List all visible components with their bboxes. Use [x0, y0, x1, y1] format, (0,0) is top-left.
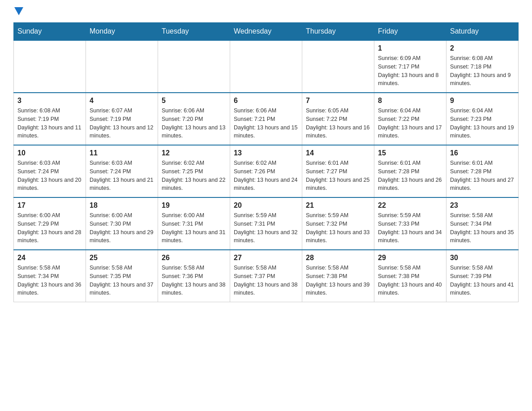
day-info: Sunrise: 6:08 AMSunset: 7:18 PMDaylight:…: [450, 54, 515, 88]
calendar-day-cell: 16Sunrise: 6:01 AMSunset: 7:28 PMDayligh…: [446, 145, 519, 197]
day-info: Sunrise: 5:58 AMSunset: 7:38 PMDaylight:…: [378, 264, 442, 297]
day-number: 28: [306, 254, 370, 262]
day-info: Sunrise: 6:03 AMSunset: 7:24 PMDaylight:…: [90, 159, 154, 193]
header-wednesday: Wednesday: [230, 23, 302, 41]
header-friday: Friday: [374, 23, 446, 41]
header-monday: Monday: [86, 23, 158, 41]
day-info: Sunrise: 6:02 AMSunset: 7:25 PMDaylight:…: [162, 159, 226, 193]
day-info: Sunrise: 5:58 AMSunset: 7:36 PMDaylight:…: [162, 264, 226, 297]
day-info: Sunrise: 6:00 AMSunset: 7:30 PMDaylight:…: [90, 211, 154, 245]
calendar-header-row: SundayMondayTuesdayWednesdayThursdayFrid…: [14, 23, 519, 41]
day-info: Sunrise: 5:58 AMSunset: 7:38 PMDaylight:…: [306, 264, 370, 297]
header-sunday: Sunday: [14, 23, 86, 41]
day-info: Sunrise: 6:04 AMSunset: 7:23 PMDaylight:…: [450, 107, 515, 140]
calendar-day-cell: 6Sunrise: 6:06 AMSunset: 7:21 PMDaylight…: [230, 93, 302, 145]
day-number: 6: [234, 97, 298, 105]
week-row-2: 3Sunrise: 6:08 AMSunset: 7:19 PMDaylight…: [14, 93, 519, 145]
calendar-day-cell: 19Sunrise: 6:00 AMSunset: 7:31 PMDayligh…: [158, 197, 230, 250]
day-info: Sunrise: 6:01 AMSunset: 7:28 PMDaylight:…: [450, 159, 515, 193]
day-number: 23: [450, 201, 515, 210]
day-number: 30: [450, 254, 515, 262]
day-info: Sunrise: 6:06 AMSunset: 7:20 PMDaylight:…: [162, 107, 226, 140]
day-number: 25: [90, 254, 154, 262]
calendar-day-cell: 24Sunrise: 5:58 AMSunset: 7:34 PMDayligh…: [14, 250, 86, 302]
day-number: 11: [90, 149, 154, 157]
day-number: 26: [162, 254, 226, 262]
calendar-day-cell: 30Sunrise: 5:58 AMSunset: 7:39 PMDayligh…: [446, 250, 519, 302]
day-info: Sunrise: 6:04 AMSunset: 7:22 PMDaylight:…: [378, 107, 442, 140]
day-info: Sunrise: 6:08 AMSunset: 7:19 PMDaylight:…: [17, 107, 82, 140]
day-info: Sunrise: 5:58 AMSunset: 7:34 PMDaylight:…: [17, 264, 82, 297]
day-number: 2: [450, 44, 515, 52]
day-info: Sunrise: 6:00 AMSunset: 7:29 PMDaylight:…: [17, 211, 82, 245]
calendar-day-cell: 3Sunrise: 6:08 AMSunset: 7:19 PMDaylight…: [14, 93, 86, 145]
day-number: 18: [90, 201, 154, 210]
calendar-day-cell: 21Sunrise: 5:59 AMSunset: 7:32 PMDayligh…: [302, 197, 374, 250]
day-info: Sunrise: 5:59 AMSunset: 7:31 PMDaylight:…: [234, 211, 298, 245]
calendar-day-cell: [230, 40, 302, 93]
day-number: 29: [378, 254, 442, 262]
calendar-day-cell: 22Sunrise: 5:59 AMSunset: 7:33 PMDayligh…: [374, 197, 446, 250]
logo-triangle-icon: [14, 7, 23, 15]
day-number: 14: [306, 149, 370, 157]
day-number: 5: [162, 97, 226, 105]
header-thursday: Thursday: [302, 23, 374, 41]
calendar-day-cell: [86, 40, 158, 93]
calendar-day-cell: 9Sunrise: 6:04 AMSunset: 7:23 PMDaylight…: [446, 93, 519, 145]
calendar-day-cell: 18Sunrise: 6:00 AMSunset: 7:30 PMDayligh…: [86, 197, 158, 250]
day-number: 13: [234, 149, 298, 157]
day-info: Sunrise: 6:05 AMSunset: 7:22 PMDaylight:…: [306, 107, 370, 140]
day-number: 9: [450, 97, 515, 105]
calendar-day-cell: 2Sunrise: 6:08 AMSunset: 7:18 PMDaylight…: [446, 40, 519, 93]
day-info: Sunrise: 5:58 AMSunset: 7:35 PMDaylight:…: [90, 264, 154, 297]
header-saturday: Saturday: [446, 23, 519, 41]
day-number: 19: [162, 201, 226, 210]
day-number: 15: [378, 149, 442, 157]
day-info: Sunrise: 6:01 AMSunset: 7:27 PMDaylight:…: [306, 159, 370, 193]
day-info: Sunrise: 6:09 AMSunset: 7:17 PMDaylight:…: [378, 54, 442, 88]
page-header: [13, 9, 519, 13]
calendar-day-cell: 23Sunrise: 5:58 AMSunset: 7:34 PMDayligh…: [446, 197, 519, 250]
day-info: Sunrise: 6:00 AMSunset: 7:31 PMDaylight:…: [162, 211, 226, 245]
week-row-1: 1Sunrise: 6:09 AMSunset: 7:17 PMDaylight…: [14, 40, 519, 93]
day-info: Sunrise: 5:59 AMSunset: 7:33 PMDaylight:…: [378, 211, 442, 245]
day-number: 12: [162, 149, 226, 157]
day-info: Sunrise: 6:07 AMSunset: 7:19 PMDaylight:…: [90, 107, 154, 140]
day-number: 7: [306, 97, 370, 105]
calendar-day-cell: [158, 40, 230, 93]
calendar-day-cell: [302, 40, 374, 93]
day-number: 21: [306, 201, 370, 210]
calendar-day-cell: 29Sunrise: 5:58 AMSunset: 7:38 PMDayligh…: [374, 250, 446, 302]
day-info: Sunrise: 5:58 AMSunset: 7:37 PMDaylight:…: [234, 264, 298, 297]
calendar-day-cell: 13Sunrise: 6:02 AMSunset: 7:26 PMDayligh…: [230, 145, 302, 197]
calendar-day-cell: 20Sunrise: 5:59 AMSunset: 7:31 PMDayligh…: [230, 197, 302, 250]
calendar-day-cell: 26Sunrise: 5:58 AMSunset: 7:36 PMDayligh…: [158, 250, 230, 302]
calendar-day-cell: [14, 40, 86, 93]
calendar-day-cell: 28Sunrise: 5:58 AMSunset: 7:38 PMDayligh…: [302, 250, 374, 302]
calendar-day-cell: 4Sunrise: 6:07 AMSunset: 7:19 PMDaylight…: [86, 93, 158, 145]
day-info: Sunrise: 6:02 AMSunset: 7:26 PMDaylight:…: [234, 159, 298, 193]
day-info: Sunrise: 5:58 AMSunset: 7:34 PMDaylight:…: [450, 211, 515, 245]
calendar-day-cell: 27Sunrise: 5:58 AMSunset: 7:37 PMDayligh…: [230, 250, 302, 302]
day-number: 16: [450, 149, 515, 157]
week-row-5: 24Sunrise: 5:58 AMSunset: 7:34 PMDayligh…: [14, 250, 519, 302]
calendar-day-cell: 11Sunrise: 6:03 AMSunset: 7:24 PMDayligh…: [86, 145, 158, 197]
calendar-day-cell: 7Sunrise: 6:05 AMSunset: 7:22 PMDaylight…: [302, 93, 374, 145]
calendar-day-cell: 25Sunrise: 5:58 AMSunset: 7:35 PMDayligh…: [86, 250, 158, 302]
calendar-day-cell: 10Sunrise: 6:03 AMSunset: 7:24 PMDayligh…: [14, 145, 86, 197]
calendar-table: SundayMondayTuesdayWednesdayThursdayFrid…: [13, 22, 519, 302]
day-number: 8: [378, 97, 442, 105]
calendar-day-cell: 8Sunrise: 6:04 AMSunset: 7:22 PMDaylight…: [374, 93, 446, 145]
week-row-4: 17Sunrise: 6:00 AMSunset: 7:29 PMDayligh…: [14, 197, 519, 250]
calendar-day-cell: 17Sunrise: 6:00 AMSunset: 7:29 PMDayligh…: [14, 197, 86, 250]
logo: [13, 9, 23, 13]
day-info: Sunrise: 6:01 AMSunset: 7:28 PMDaylight:…: [378, 159, 442, 193]
day-info: Sunrise: 5:58 AMSunset: 7:39 PMDaylight:…: [450, 264, 515, 297]
day-number: 3: [17, 97, 82, 105]
day-number: 1: [378, 44, 442, 52]
day-number: 24: [17, 254, 82, 262]
day-info: Sunrise: 6:06 AMSunset: 7:21 PMDaylight:…: [234, 107, 298, 140]
day-info: Sunrise: 5:59 AMSunset: 7:32 PMDaylight:…: [306, 211, 370, 245]
day-number: 27: [234, 254, 298, 262]
header-tuesday: Tuesday: [158, 23, 230, 41]
